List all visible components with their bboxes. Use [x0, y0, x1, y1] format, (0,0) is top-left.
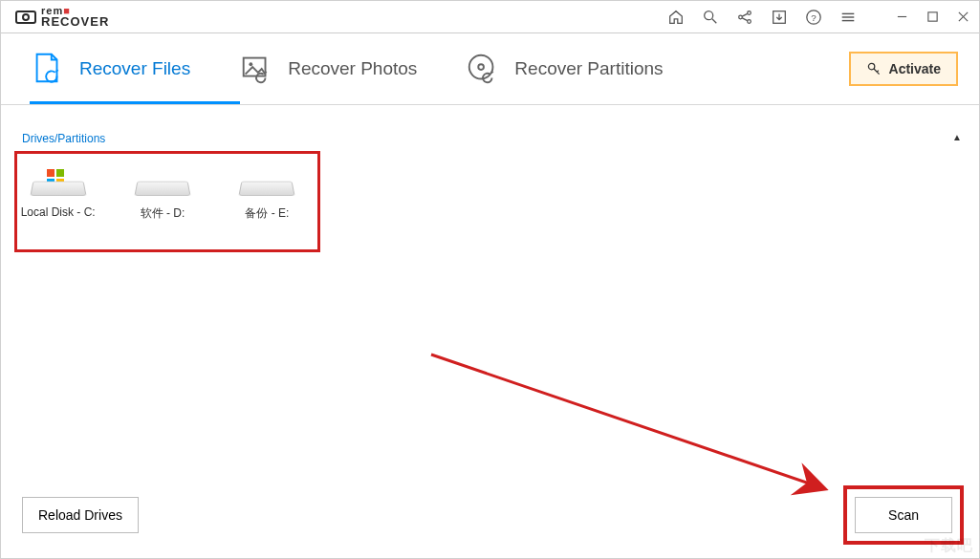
- drives-highlight-annotation: Local Disk - C: 软件 - D: 备份 - E:: [14, 151, 320, 252]
- svg-point-20: [250, 62, 253, 66]
- close-icon[interactable]: [954, 9, 971, 26]
- home-icon[interactable]: [667, 9, 685, 26]
- svg-point-5: [748, 11, 751, 14]
- drive-label: 软件 - D:: [123, 205, 201, 222]
- svg-line-30: [431, 355, 823, 488]
- logo-icon: [14, 6, 37, 29]
- svg-line-24: [874, 69, 880, 75]
- minimize-icon[interactable]: [893, 9, 910, 26]
- drive-label: Local Disk - C:: [19, 205, 97, 219]
- tab-recover-files[interactable]: Recover Files: [30, 51, 190, 104]
- app-logo: rem■ RECOVER: [14, 6, 109, 29]
- tab-label: Recover Photos: [288, 58, 417, 79]
- svg-rect-0: [16, 11, 35, 23]
- activate-label: Activate: [889, 61, 941, 76]
- window-controls: [893, 9, 971, 26]
- logo-text: rem■ RECOVER: [41, 7, 109, 28]
- key-icon: [866, 61, 882, 76]
- svg-point-6: [748, 19, 751, 23]
- drive-c[interactable]: Local Disk - C:: [19, 163, 97, 244]
- svg-point-21: [469, 55, 493, 79]
- svg-rect-16: [927, 12, 936, 21]
- svg-line-25: [877, 71, 879, 73]
- titlebar-actions: ?: [667, 9, 971, 26]
- drive-icon: [240, 169, 294, 202]
- drive-icon: [32, 169, 85, 202]
- activate-button[interactable]: Activate: [849, 52, 958, 86]
- drive-icon: [136, 169, 189, 202]
- drive-e[interactable]: 备份 - E:: [229, 163, 306, 244]
- recovery-tabs: Recover Files Recover Photos Recover Par…: [1, 33, 979, 104]
- svg-line-8: [742, 17, 747, 20]
- help-icon[interactable]: ?: [805, 9, 822, 26]
- tab-label: Recover Partitions: [514, 58, 663, 79]
- svg-point-23: [868, 63, 874, 69]
- section-header: Drives/Partitions ▲: [1, 105, 979, 145]
- titlebar: rem■ RECOVER ?: [1, 1, 979, 33]
- collapse-caret-icon[interactable]: ▲: [952, 132, 962, 142]
- bottom-bar: Reload Drives Scan: [22, 485, 964, 545]
- svg-point-4: [739, 15, 743, 19]
- tab-label: Recover Files: [79, 58, 190, 79]
- active-tab-underline: [30, 101, 240, 104]
- photo-refresh-icon: [238, 51, 274, 87]
- svg-rect-27: [56, 169, 64, 177]
- scan-button[interactable]: Scan: [855, 497, 952, 533]
- svg-point-2: [705, 11, 713, 19]
- menu-icon[interactable]: [839, 9, 857, 26]
- search-icon[interactable]: [702, 9, 719, 26]
- share-icon[interactable]: [736, 9, 753, 26]
- drive-d[interactable]: 软件 - D:: [123, 163, 201, 244]
- disk-refresh-icon: [465, 51, 501, 87]
- section-title: Drives/Partitions: [22, 132, 105, 145]
- import-icon[interactable]: [771, 9, 788, 26]
- svg-line-7: [742, 13, 747, 16]
- svg-point-22: [479, 64, 485, 70]
- drive-label: 备份 - E:: [229, 205, 306, 222]
- tab-recover-partitions[interactable]: Recover Partitions: [465, 51, 663, 104]
- maximize-icon[interactable]: [924, 9, 941, 26]
- reload-drives-button[interactable]: Reload Drives: [22, 497, 139, 533]
- tab-recover-photos[interactable]: Recover Photos: [238, 51, 417, 104]
- file-refresh-icon: [30, 51, 66, 87]
- svg-rect-26: [47, 169, 54, 177]
- scan-highlight-annotation: Scan: [843, 485, 964, 545]
- svg-point-1: [23, 14, 29, 20]
- svg-text:?: ?: [811, 11, 817, 22]
- svg-line-3: [712, 18, 717, 23]
